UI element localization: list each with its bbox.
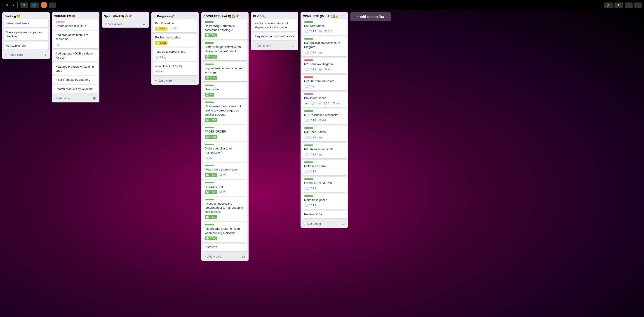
add-card-template-icon[interactable]: ⊡: [242, 255, 245, 258]
card[interactable]: Registering errors / validations: [252, 33, 297, 40]
show-menu-button[interactable]: ···: [634, 3, 642, 8]
card-meta: ☑ 0/6: [155, 70, 195, 74]
watch-badge: 👁: [304, 102, 309, 105]
card-title: R4: User Stories: [304, 130, 344, 134]
add-card-button[interactable]: + Add a card ⊡: [302, 220, 347, 227]
icon-badge: ▤: [318, 29, 323, 33]
add-card-template-icon[interactable]: ⊡: [44, 53, 46, 57]
card[interactable]: State is not persistent when clicking a …: [202, 41, 247, 60]
add-card-template-icon[interactable]: ⊡: [93, 97, 96, 100]
list-menu-button[interactable]: ···: [193, 14, 196, 18]
add-card-template-icon[interactable]: ⊡: [192, 79, 195, 83]
card-meta: 🕐 6 Aug: [205, 34, 245, 37]
card[interactable]: FOOTER: [202, 243, 247, 251]
add-card-button[interactable]: + Add a card ⊡: [103, 20, 148, 27]
card[interactable]: Add agegate / DOB validation for user: [53, 50, 98, 62]
card[interactable]: R4: User Stories 🕐 17 Jul▤: [302, 126, 347, 141]
visibility-button[interactable]: 🌐: [30, 3, 39, 8]
avatar[interactable]: [41, 2, 47, 8]
list-menu-button[interactable]: ···: [342, 14, 346, 18]
automation-button[interactable]: ⚡: [614, 3, 624, 8]
card[interactable]: R6: Trello screenshots 🕐 17 Jul▤: [302, 143, 347, 158]
date-badge: 🕐 6 Aug: [205, 34, 217, 37]
card-label: [304, 161, 313, 163]
add-card-template-icon[interactable]: ⊡: [143, 22, 146, 25]
card[interactable]: Part B readme 🕐 6 Aug☑ 0/4: [153, 20, 198, 32]
card[interactable]: Make repo public 🕐 17 Jul: [302, 160, 347, 175]
list-header: COMPLETE (Part A) ✅🔒 ···: [300, 12, 348, 20]
card[interactable]: PAGES/ORDER 🕐 6 Aug: [202, 125, 247, 141]
list-cards: Decreasing CartItem is sometimes trashin…: [201, 20, 248, 252]
card[interactable]: Review DFDs: [302, 210, 347, 218]
card[interactable]: Take trello screenshots 🕐 7 Aug: [153, 48, 198, 61]
list-menu-button[interactable]: ···: [292, 14, 296, 18]
add-card-button[interactable]: + Add a card ⊡: [4, 52, 48, 58]
card[interactable]: Make trello public 🕐 17 Jul: [302, 194, 347, 209]
checklist-badge: ☑ 4/4: [332, 102, 340, 105]
card[interactable]: Format README.md 🕐 17 Jul: [302, 177, 347, 192]
list-menu-button[interactable]: ···: [242, 14, 246, 18]
card[interactable]: redo HEADER / NAV ☑ 0/6: [153, 62, 198, 75]
card[interactable]: R2: Dataflow Diagram 🕐 17 Jul▤☑ 0/2: [302, 58, 347, 73]
card[interactable]: ProductPreview cards not aligning on Pro…: [252, 20, 297, 31]
icon-badge: ▤: [318, 68, 323, 72]
card-meta: 🕐 17 Jul▤: [304, 153, 344, 156]
card-title: Make repo public: [304, 164, 344, 168]
add-card-template-icon[interactable]: ⊡: [292, 44, 295, 48]
card[interactable]: Add admin role: [4, 42, 48, 50]
card[interactable]: Order controller (cart manipulation) ☑ 3…: [202, 142, 247, 162]
card[interactable]: View orders (current user) 🕐 5 Aug☑ 2/2: [202, 163, 247, 179]
add-card-button[interactable]: + Add a card ⊡: [153, 78, 198, 84]
card[interactable]: Decreasing CartItem is sometimes trashin…: [202, 20, 247, 39]
card[interactable]: Search products by keyword: [53, 85, 98, 93]
card[interactable]: User testing 🕐 3/3: [202, 83, 247, 98]
card[interactable]: Revise user stories 🕐 6 Aug: [153, 34, 198, 47]
date-badge: 🕐 17 Jul: [304, 170, 317, 173]
card[interactable]: Featured products on landing page: [53, 63, 98, 75]
card[interactable]: PAGES/CART 🕐 5 Aug☑ 3/3: [202, 180, 247, 196]
card[interactable]: Logout error in production (not working)…: [202, 62, 247, 81]
card-meta: 🕐 17 Jul▤☑ 2/2: [304, 29, 344, 33]
list-menu-button[interactable]: ···: [44, 14, 48, 18]
icon-badge: ▤: [318, 51, 323, 55]
card[interactable]: R3: Application Architecture Diagram 🕐 1…: [302, 36, 347, 56]
card-meta: 🕐 17 Jul: [304, 170, 344, 173]
add-list-button[interactable]: + Add another list: [350, 12, 391, 21]
card-title: Add drop down menus to search bar: [56, 33, 96, 41]
add-card-label: Add a card: [208, 255, 222, 258]
add-card-icon: +: [304, 222, 306, 225]
card[interactable]: Get OK from educators 🕐 2 Jul: [302, 75, 347, 90]
card[interactable]: R5: Wireframes 🕐 17 Jul▤☑ 2/2: [302, 20, 347, 35]
card-title: Add agegate / DOB validation for user: [56, 52, 96, 60]
list-menu-button[interactable]: ···: [143, 14, 147, 18]
card-label: [205, 42, 214, 44]
add-card-button[interactable]: + Add a card ⊡: [252, 43, 297, 49]
card-title: Part B readme: [155, 21, 195, 25]
card[interactable]: Make a payment (stripe) and checkout: [4, 29, 48, 40]
add-card-template-icon[interactable]: ⊡: [342, 222, 344, 225]
card[interactable]: Invalid url duplicating footer/header & …: [202, 197, 247, 221]
card[interactable]: Responsive menu items not linking to cor…: [202, 100, 247, 124]
add-card-button[interactable]: + Add a card ⊡: [53, 95, 98, 102]
power-ups-button[interactable]: ⚡: [604, 3, 613, 8]
card[interactable]: Filter products by category: [53, 76, 98, 84]
comment-badge: 💬 6: [323, 102, 330, 105]
list-header: In Progress 🚀 ···: [152, 12, 199, 20]
lists-container: Backlog 🤩 ··· Tablet wireframes Make a p…: [0, 10, 644, 317]
list-menu-button[interactable]: ···: [93, 14, 97, 18]
add-card-icon: +: [155, 79, 157, 82]
card[interactable]: Brainstorm ideas 👁🕐 1 Jul💬 6☑ 4/4: [302, 92, 347, 107]
add-card-button[interactable]: + Add a card ⊡: [202, 253, 247, 260]
card-label: [56, 21, 65, 23]
filter-button[interactable]: ☰: [625, 3, 633, 8]
card-title: redo HEADER / NAV: [155, 64, 195, 68]
list-title: COMPLETE (Part B) ✅📌: [203, 15, 242, 18]
card[interactable]: Create admin role DFD: [53, 20, 98, 30]
card[interactable]: Add drop down menus to search bar ▤: [53, 31, 98, 48]
card[interactable]: Tablet wireframes: [4, 20, 48, 27]
card[interactable]: "No product found" on load when clicking…: [202, 222, 247, 242]
share-button[interactable]: ↑: [49, 3, 56, 8]
star-icon[interactable]: ★: [12, 3, 15, 7]
card[interactable]: R1: Description of website 🕐 17 Jul☑ 4/4: [302, 109, 347, 124]
workspace-button[interactable]: ⊞: [20, 3, 28, 8]
